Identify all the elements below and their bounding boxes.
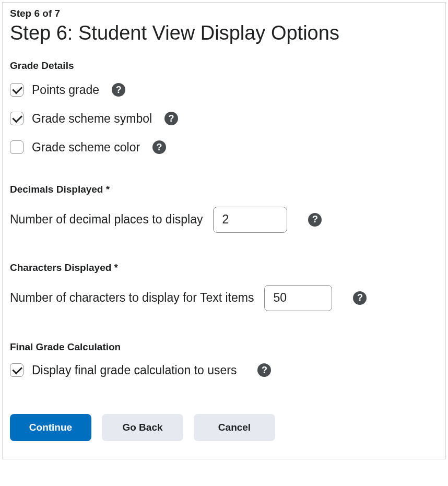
points-grade-row: Points grade <box>10 83 438 97</box>
grade-scheme-symbol-label: Grade scheme symbol <box>32 112 152 126</box>
help-icon[interactable] <box>152 140 166 154</box>
decimals-heading: Decimals Displayed * <box>10 184 438 195</box>
decimals-row: Number of decimal places to display <box>10 207 438 233</box>
help-icon[interactable] <box>308 213 322 227</box>
grade-scheme-color-row: Grade scheme color <box>10 140 438 155</box>
wizard-panel: Step 6 of 7 Step 6: Student View Display… <box>2 2 446 459</box>
help-icon[interactable] <box>257 363 271 377</box>
characters-input[interactable] <box>264 285 332 311</box>
final-grade-row: Display final grade calculation to users <box>10 363 438 377</box>
grade-details-heading: Grade Details <box>10 60 438 72</box>
points-grade-checkbox[interactable] <box>10 83 23 97</box>
step-indicator: Step 6 of 7 <box>10 8 438 19</box>
characters-heading: Characters Displayed * <box>10 262 438 274</box>
grade-scheme-color-checkbox[interactable] <box>10 140 23 154</box>
grade-scheme-color-label: Grade scheme color <box>32 140 140 155</box>
cancel-button[interactable]: Cancel <box>194 414 275 441</box>
decimals-input[interactable] <box>213 207 287 233</box>
final-grade-checkbox[interactable] <box>10 363 23 377</box>
grade-scheme-symbol-row: Grade scheme symbol <box>10 112 438 126</box>
help-icon[interactable] <box>164 112 178 125</box>
points-grade-label: Points grade <box>32 83 99 97</box>
help-icon[interactable] <box>112 83 125 97</box>
grade-scheme-symbol-checkbox[interactable] <box>10 112 23 125</box>
final-grade-heading: Final Grade Calculation <box>10 341 438 353</box>
button-row: Continue Go Back Cancel <box>10 414 438 441</box>
page-title: Step 6: Student View Display Options <box>10 21 438 45</box>
help-icon[interactable] <box>353 291 367 305</box>
final-grade-label: Display final grade calculation to users <box>32 363 237 377</box>
decimals-label: Number of decimal places to display <box>10 212 203 227</box>
characters-label: Number of characters to display for Text… <box>10 291 254 305</box>
characters-row: Number of characters to display for Text… <box>10 285 438 311</box>
continue-button[interactable]: Continue <box>10 414 91 441</box>
go-back-button[interactable]: Go Back <box>102 414 183 441</box>
